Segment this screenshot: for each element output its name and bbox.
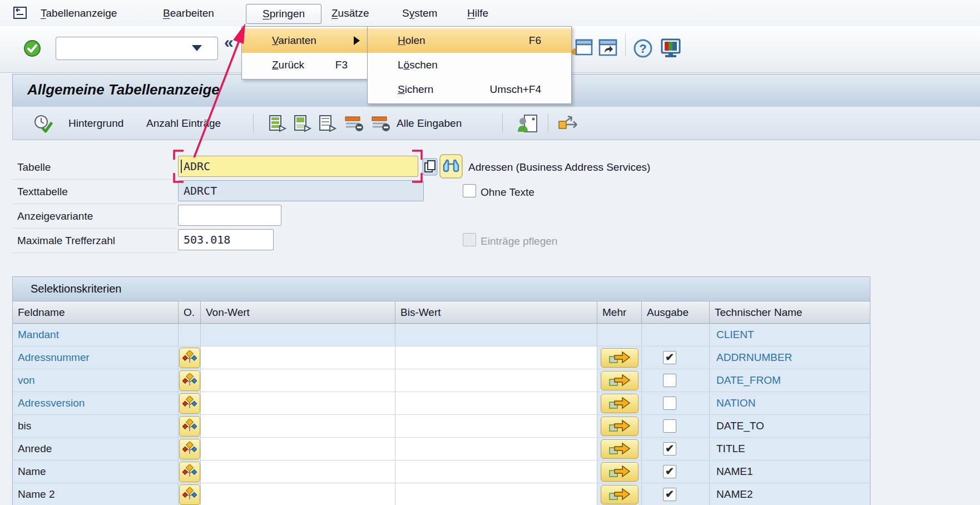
apptoolbar-separator	[253, 113, 254, 132]
bis-wert-input[interactable]	[395, 415, 597, 438]
copy-icon[interactable]	[422, 157, 438, 179]
collapse-toolbar-icon[interactable]: «	[224, 33, 234, 52]
field-name: von	[13, 369, 35, 392]
max-trefferzahl-input[interactable]: 503.018	[178, 229, 274, 250]
mehr-button[interactable]	[601, 417, 639, 436]
bis-wert-input[interactable]	[395, 392, 597, 415]
execute-background-icon[interactable]	[33, 114, 53, 135]
apptoolbar-separator	[502, 113, 503, 132]
choose-output-icon[interactable]	[319, 115, 338, 135]
tabelle-label: Tabelle	[17, 160, 51, 175]
table-row: MandantCLIENT	[13, 324, 870, 346]
ausgabe-checkbox[interactable]: ✔	[663, 351, 676, 364]
menu-item-varianten[interactable]: Varianten	[242, 28, 368, 53]
choose-selection-icon[interactable]	[294, 115, 313, 135]
anzahl-eintraege-button[interactable]: Anzahl Einträge	[146, 115, 221, 132]
mehr-button[interactable]	[601, 394, 639, 413]
field-name: Adressversion	[13, 392, 85, 414]
von-wert-input[interactable]	[201, 415, 395, 438]
technical-name: ADDRNUMBER	[710, 346, 792, 369]
von-wert-input[interactable]	[201, 461, 395, 483]
col-o: O.	[179, 301, 201, 324]
technical-name: NAME2	[710, 483, 753, 505]
create-shortcut-icon[interactable]	[597, 38, 618, 60]
von-wert-input[interactable]	[201, 438, 395, 461]
technical-name: CLIENT	[710, 324, 754, 346]
page-title: Allgemeine Tabellenanzeige	[27, 81, 220, 98]
alle-eingaben-icon[interactable]	[371, 115, 391, 135]
mehr-button[interactable]	[601, 439, 639, 459]
ausgabe-checkbox[interactable]	[663, 419, 676, 433]
selection-options-button[interactable]	[179, 484, 200, 505]
ausgabe-checkbox[interactable]: ✔	[663, 488, 676, 501]
selection-options-button[interactable]	[179, 462, 200, 482]
ausgabe-checkbox[interactable]: ✔	[663, 442, 676, 456]
text-caret	[181, 160, 182, 173]
selection-options-button[interactable]	[179, 439, 200, 459]
menu-zusaetze[interactable]: Zusätze	[328, 4, 373, 23]
command-dropdown-icon[interactable]	[192, 45, 202, 51]
selection-options-button[interactable]	[179, 393, 200, 414]
bis-wert-input[interactable]	[395, 461, 597, 483]
choose-fields-icon[interactable]	[269, 115, 288, 135]
system-menu-icon[interactable]	[12, 6, 28, 22]
selection-options-button[interactable]	[179, 416, 200, 437]
bis-wert-input[interactable]	[395, 483, 597, 505]
menu-tabellenanzeige[interactable]: Tabellenanzeige	[37, 4, 120, 23]
menu-item-holen[interactable]: Holen F6	[368, 28, 571, 53]
delete-row-icon[interactable]	[344, 115, 364, 135]
menu-bearbeiten[interactable]: Bearbeiten	[160, 4, 217, 23]
bis-wert-input[interactable]	[395, 346, 597, 369]
ausgabe-checkbox[interactable]	[663, 374, 676, 387]
bis-wert-input[interactable]	[395, 438, 597, 461]
technical-name: NATION	[710, 392, 755, 414]
application-toolbar: Hintergrund Anzahl Einträge	[12, 107, 980, 140]
table-row: Name✔NAME1	[13, 461, 870, 483]
enter-button[interactable]	[23, 39, 41, 60]
von-wert-input	[201, 324, 395, 346]
selection-options-button[interactable]	[179, 348, 200, 368]
search-binoculars-icon[interactable]	[439, 154, 463, 181]
selection-criteria-title: Selektionskriterien	[13, 277, 870, 301]
local-layout-icon[interactable]	[660, 38, 682, 61]
ohne-texte-checkbox[interactable]	[463, 184, 476, 197]
distribute-icon[interactable]	[558, 115, 580, 135]
ausgabe-checkbox[interactable]	[663, 397, 676, 410]
menu-item-loeschen[interactable]: Löschen	[368, 53, 571, 77]
table-row: bisDATE_TO	[13, 415, 870, 438]
menu-hilfe[interactable]: Hilfe	[464, 4, 492, 23]
field-name: bis	[13, 415, 31, 437]
von-wert-input[interactable]	[201, 346, 395, 369]
mehr-button[interactable]	[601, 485, 639, 504]
hintergrund-button[interactable]: Hintergrund	[68, 115, 123, 132]
table-row: Adressnummer✔ADDRNUMBER	[13, 346, 870, 369]
texttabelle-input: ADRCT	[178, 180, 424, 201]
new-session-icon[interactable]	[572, 38, 593, 60]
menu-springen[interactable]: Springen	[246, 4, 321, 24]
col-feldname: Feldname	[13, 301, 179, 324]
col-von-wert: Von-Wert	[201, 301, 395, 324]
table-row: AdressversionNATION	[13, 392, 870, 415]
ausgabe-checkbox[interactable]: ✔	[663, 465, 676, 478]
von-wert-input[interactable]	[201, 369, 395, 392]
user-settings-icon[interactable]	[517, 114, 539, 135]
command-field[interactable]	[56, 37, 218, 60]
help-icon[interactable]: ?	[633, 38, 653, 61]
mehr-button[interactable]	[601, 348, 639, 368]
menu-item-sichern[interactable]: Sichern Umsch+F4	[368, 77, 571, 102]
von-wert-input[interactable]	[201, 392, 395, 415]
anzeigevariante-input[interactable]	[178, 205, 281, 226]
table-header-row: Feldname O. Von-Wert Bis-Wert Mehr Ausga…	[13, 301, 870, 324]
bis-wert-input[interactable]	[395, 369, 597, 392]
tabelle-input[interactable]: ADRC	[178, 156, 418, 177]
menu-system[interactable]: System	[399, 4, 440, 23]
alle-eingaben-button[interactable]: Alle Eingaben	[397, 115, 462, 132]
mehr-button[interactable]	[601, 371, 639, 390]
selection-criteria-box: Selektionskriterien Feldname O. Von-Wert…	[12, 276, 870, 505]
max-trefferzahl-label: Maximale Trefferzahl	[17, 234, 115, 248]
selection-options-button[interactable]	[179, 370, 200, 391]
field-name: Adressnummer	[13, 346, 90, 369]
mehr-button[interactable]	[601, 462, 639, 482]
menu-item-zurueck[interactable]: Zurück F3	[242, 53, 368, 77]
von-wert-input[interactable]	[201, 483, 395, 505]
